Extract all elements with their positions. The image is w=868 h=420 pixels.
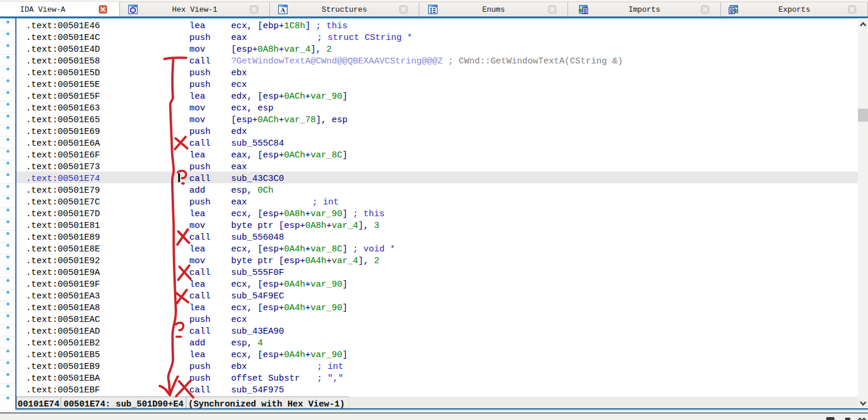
svg-text:A: A bbox=[281, 6, 285, 14]
